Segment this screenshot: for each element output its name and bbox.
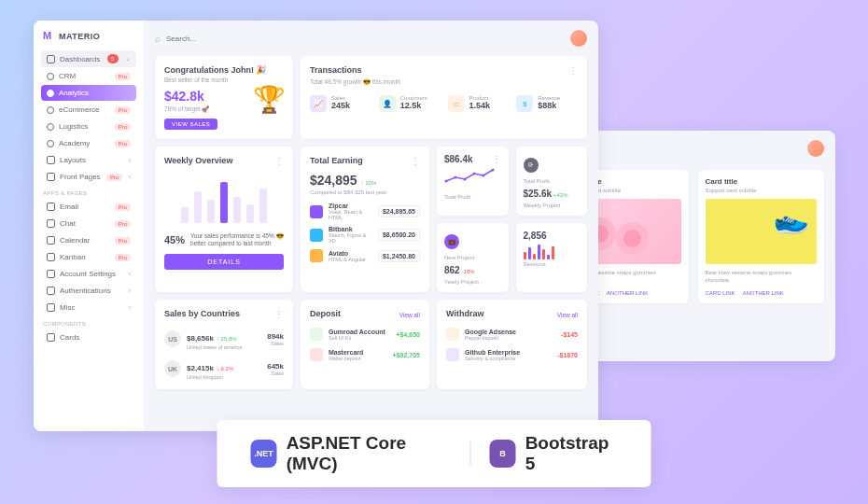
avatar[interactable] <box>807 140 824 157</box>
card-title: Card title <box>706 177 818 186</box>
weekly-pct: 45% <box>164 234 185 245</box>
nav-crm[interactable]: CRMPro <box>41 68 136 84</box>
nav-front-pages[interactable]: Front PagesPro› <box>41 169 136 185</box>
pro-badge: Pro <box>115 203 131 211</box>
deposit-item: Gumroad AccountSell UI Kit+$4,650 <box>310 328 420 341</box>
brand-icon <box>310 229 323 242</box>
lock-icon <box>47 287 55 295</box>
home-icon <box>47 55 55 63</box>
nav-misc[interactable]: Misc› <box>41 300 136 315</box>
details-button[interactable]: DETAILS <box>164 254 284 270</box>
earn-item: ZipcarVuejs, React & HTML$24,895.65 <box>310 203 420 220</box>
section-apps-pages: APPS & PAGES <box>43 190 136 196</box>
main-content: ⌕ Congratulations John! 🎉 Best seller of… <box>144 21 598 431</box>
search-input[interactable] <box>166 35 565 43</box>
more-icon[interactable]: ⋮ <box>492 154 501 164</box>
layout-icon <box>47 156 55 164</box>
weekly-title: Weekly Overview <box>164 156 232 165</box>
search-icon[interactable]: ⌕ <box>155 34 161 44</box>
earning-card: Total Earning⋮ $24,895↑ 10% Compared to … <box>301 147 429 292</box>
svg-point-0 <box>445 180 448 183</box>
view-all-link[interactable]: View all <box>399 312 420 318</box>
circle-icon <box>47 73 54 80</box>
svg-point-4 <box>483 175 485 177</box>
view-sales-button[interactable]: VIEW SALES <box>164 119 217 130</box>
new-project-card: 💼 New Project 862-18% Yearly Project <box>437 223 509 292</box>
congrats-title: Congratulations John! 🎉 <box>164 65 284 75</box>
nav-icons[interactable]: ✦Icons <box>562 331 824 350</box>
sparkline-chart <box>444 168 500 185</box>
chevron-right-icon: › <box>129 287 131 294</box>
pro-badge: Pro <box>106 174 122 181</box>
trans-title: Transactions <box>310 65 400 75</box>
stat-product: ▭Product1.54k <box>448 95 510 112</box>
circle-icon <box>47 140 54 147</box>
logo[interactable]: M MATERIO <box>41 30 136 43</box>
section-components: COMPONENTS <box>43 321 136 327</box>
device-icon: ▭ <box>448 95 465 112</box>
github-icon <box>446 348 459 361</box>
card-icon <box>47 333 55 342</box>
trans-sub: Total 48.5% growth 😎 this month <box>310 78 400 86</box>
more-icon[interactable]: ⋮ <box>411 156 420 167</box>
country-item: US$8,656k↑ 25.8%United states of america… <box>164 328 284 350</box>
topbar: ⌕ <box>155 30 587 47</box>
another-link[interactable]: ANOTHER LINK <box>743 290 784 296</box>
sales-countries-card: Sales by Countries⋮ US$8,656k↑ 25.8%Unit… <box>155 300 293 389</box>
view-all-link[interactable]: View all <box>557 312 578 318</box>
nav-layouts[interactable]: Layouts› <box>41 152 136 168</box>
chevron-right-icon: › <box>129 157 131 163</box>
trophy-icon: 🏆 <box>253 84 286 115</box>
svg-point-2 <box>464 178 467 181</box>
nav-academy[interactable]: AcademyPro <box>41 135 136 151</box>
congrats-card: Congratulations John! 🎉 Best seller of t… <box>155 56 293 139</box>
gumroad-icon <box>310 328 323 341</box>
circle-icon <box>47 123 54 131</box>
shoe-icon: 👟 <box>769 200 811 240</box>
example-card: Card title Support card subtitle 👟 Bear … <box>698 170 825 303</box>
nav-authentications[interactable]: Authentications› <box>41 283 136 299</box>
nav-cards[interactable]: Cards <box>41 329 136 345</box>
google-icon <box>446 328 459 341</box>
logo-text: MATERIO <box>59 32 100 41</box>
brand-icon <box>310 249 323 262</box>
nav-dashboards[interactable]: Dashboards 5 ⌄ <box>41 50 136 67</box>
avatar[interactable] <box>570 30 587 47</box>
nav-chat[interactable]: ChatPro <box>41 216 136 231</box>
brand-icon <box>310 205 323 218</box>
another-link[interactable]: ANOTHER LINK <box>607 290 648 296</box>
chart-icon: ⊪ <box>524 158 539 173</box>
earn-item: BitbankSketch, Figma & XD$8,6500.20 <box>310 226 420 244</box>
chat-icon <box>47 219 55 228</box>
circle-icon <box>47 90 54 97</box>
nav-ecommerce[interactable]: eCommercePro <box>41 102 136 118</box>
pro-badge: Pro <box>115 123 131 131</box>
nav-logistics[interactable]: LogisticsPro <box>41 119 136 134</box>
more-icon[interactable]: ⋮ <box>568 65 578 76</box>
pro-badge: Pro <box>115 73 131 80</box>
withdraw-item: Google AdsensePaypal deposit-$145 <box>446 328 578 341</box>
nav-kanban[interactable]: KanbanPro <box>41 249 136 265</box>
stat-customers: 👤Customers12.5k <box>379 95 441 112</box>
dashboard-window: M MATERIO Dashboards 5 ⌄ CRMPro Analytic… <box>34 21 598 431</box>
misc-icon <box>47 303 55 312</box>
sessions-card: 2,856 Sessions <box>516 223 588 292</box>
nav-calendar[interactable]: CalendarPro <box>41 232 136 248</box>
sidebar: M MATERIO Dashboards 5 ⌄ CRMPro Analytic… <box>34 21 144 431</box>
pro-badge: Pro <box>115 237 131 245</box>
deposit-card: DepositView all Gumroad AccountSell UI K… <box>301 300 429 389</box>
nav-analytics[interactable]: Analytics <box>41 85 136 101</box>
more-icon[interactable]: ⋮ <box>274 156 284 167</box>
circle-icon <box>47 106 54 114</box>
nav-account-settings[interactable]: Account Settings› <box>41 266 136 282</box>
dollar-icon: $ <box>516 95 533 112</box>
card-link[interactable]: CARD LINK <box>706 290 735 296</box>
nav-email[interactable]: EmailPro <box>41 199 136 215</box>
kanban-icon <box>47 253 55 261</box>
more-icon[interactable]: ⋮ <box>274 309 284 320</box>
chevron-right-icon: › <box>129 174 131 180</box>
country-item: UK$2,415k↓ 6.2%United Kingdom645kSales <box>164 357 284 380</box>
earning-value: $24,895 <box>310 173 357 188</box>
total-profit-card: ⊪ Total Profit $25.6k+42% Weekly Project <box>516 147 588 216</box>
transactions-card: Transactions Total 48.5% growth 😎 this m… <box>301 56 587 139</box>
